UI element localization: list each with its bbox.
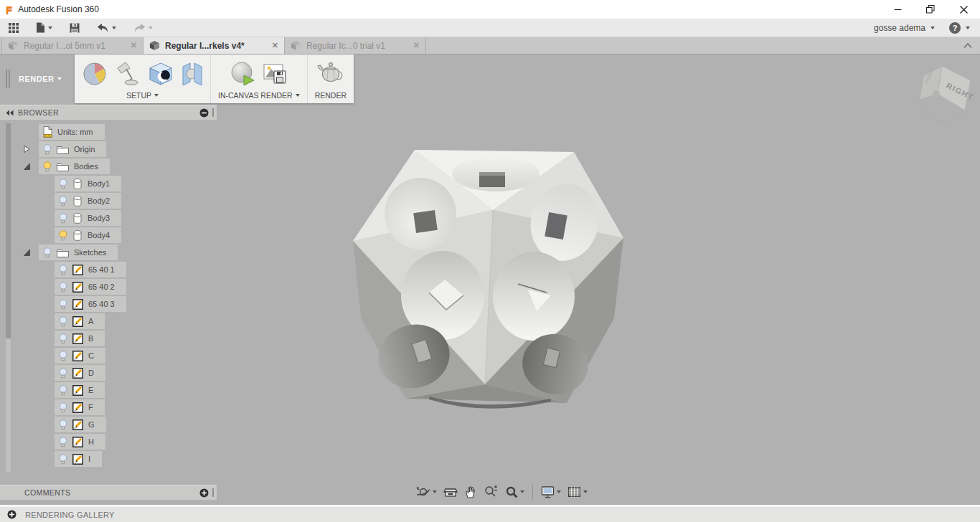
in-canvas-render-button[interactable]: [230, 60, 257, 87]
browser-item-f[interactable]: F: [0, 399, 126, 416]
browser-item-g[interactable]: G: [0, 416, 126, 433]
zoom-window-button[interactable]: [503, 484, 527, 500]
visibility-bulb-icon[interactable]: [59, 265, 67, 275]
grid-icon: [567, 485, 582, 498]
visibility-bulb-icon[interactable]: [59, 230, 67, 241]
browser-item-i[interactable]: I: [0, 450, 126, 468]
visibility-bulb-icon[interactable]: [59, 402, 67, 413]
zoom-button[interactable]: [481, 483, 501, 500]
browser-item-body1[interactable]: Body1: [0, 175, 126, 192]
pan-button[interactable]: [462, 483, 479, 500]
tab-regular-rkels-v4[interactable]: Regular I...rkels v4* ✕: [143, 37, 285, 54]
tab-close-icon[interactable]: ✕: [272, 41, 278, 50]
browser-item-65-40-1[interactable]: 65 40 1: [0, 261, 126, 278]
visibility-bulb-icon[interactable]: [59, 213, 67, 224]
visibility-bulb-icon[interactable]: [59, 316, 67, 327]
browser-item-c[interactable]: C: [0, 347, 126, 364]
help-icon[interactable]: ?: [949, 22, 961, 34]
browser-item-bodies[interactable]: Bodies: [0, 158, 126, 175]
visibility-bulb-icon[interactable]: [59, 454, 67, 465]
browser-item-sketches[interactable]: Sketches: [0, 244, 126, 261]
texture-map-controls-button[interactable]: [148, 61, 174, 87]
grid-layout-button[interactable]: [565, 484, 590, 500]
browser-item-body4[interactable]: Body4: [0, 227, 126, 244]
browser-item-a[interactable]: A: [0, 313, 126, 330]
visibility-bulb-icon[interactable]: [59, 437, 67, 447]
3d-model-icosahedron[interactable]: [343, 141, 633, 416]
user-menu[interactable]: gosse adema: [874, 23, 925, 33]
visibility-bulb-icon[interactable]: [43, 247, 52, 258]
caret-down-icon[interactable]: [966, 27, 970, 29]
browser-item-65-40-3[interactable]: 65 40 3: [0, 295, 126, 313]
visibility-bulb-icon[interactable]: [59, 179, 67, 189]
workspace-switcher[interactable]: RENDER: [0, 54, 75, 103]
browser-item-e[interactable]: E: [0, 381, 126, 399]
tree-expanded-arrow-icon[interactable]: [23, 162, 39, 171]
render-ribbon: RENDER: [0, 54, 354, 103]
node-label: Bodies: [74, 162, 98, 171]
visibility-bulb-icon[interactable]: [59, 299, 67, 310]
scene-settings-button[interactable]: [114, 60, 141, 87]
rendering-gallery-button[interactable]: RENDERING GALLERY: [25, 511, 115, 519]
visibility-bulb-icon[interactable]: [59, 351, 67, 361]
browser-item-65-40-2[interactable]: 65 40 2: [0, 278, 126, 295]
undo-button[interactable]: [97, 23, 116, 33]
caret-down-icon[interactable]: [583, 490, 588, 493]
redo-button[interactable]: [133, 23, 153, 33]
browser-item-body2[interactable]: Body2: [0, 192, 126, 209]
remove-panel-icon[interactable]: [199, 108, 209, 118]
look-at-button[interactable]: [441, 484, 460, 500]
node-label: E: [88, 386, 93, 394]
panel-grip-icon[interactable]: [212, 108, 214, 117]
setup-dropdown[interactable]: SETUP: [126, 91, 159, 102]
display-settings-button[interactable]: [539, 484, 563, 500]
caret-down-icon: [112, 27, 116, 29]
node-label: A: [88, 317, 93, 326]
tab-regular-ol-5mm-v1[interactable]: Regular I...ol 5mm v1 ✕: [1, 37, 143, 54]
visibility-bulb-icon[interactable]: [59, 385, 67, 396]
model-canvas[interactable]: RENDER: [0, 54, 980, 505]
visibility-bulb-icon[interactable]: [43, 161, 52, 172]
visibility-bulb-icon[interactable]: [59, 368, 67, 379]
visibility-bulb-icon[interactable]: [59, 419, 67, 430]
panel-grip-icon[interactable]: [212, 488, 214, 497]
save-button[interactable]: [70, 23, 80, 33]
restore-button[interactable]: [914, 0, 947, 19]
browser-panel-header[interactable]: BROWSER: [0, 105, 217, 120]
tree-expanded-arrow-icon[interactable]: [23, 248, 39, 257]
orbit-button[interactable]: [413, 483, 439, 501]
caret-down-icon[interactable]: [433, 490, 437, 493]
caret-down-icon[interactable]: [520, 490, 524, 493]
browser-item-origin[interactable]: Origin: [0, 141, 126, 158]
caret-down-icon[interactable]: [930, 27, 935, 29]
appearance-button[interactable]: [82, 61, 108, 87]
decal-button[interactable]: [180, 62, 203, 86]
visibility-bulb-icon[interactable]: [43, 144, 52, 155]
in-canvas-render-dropdown[interactable]: IN-CANVAS RENDER: [218, 91, 300, 102]
browser-item-h[interactable]: H: [0, 433, 126, 450]
comments-panel-header[interactable]: COMMENTS: [0, 485, 217, 500]
visibility-bulb-icon[interactable]: [59, 196, 67, 207]
render-button[interactable]: [316, 60, 346, 87]
close-button[interactable]: [947, 0, 980, 19]
minimize-button[interactable]: [881, 0, 914, 19]
caret-down-icon[interactable]: [557, 490, 561, 493]
file-menu-button[interactable]: [36, 22, 52, 33]
visibility-bulb-icon[interactable]: [59, 282, 67, 293]
tree-collapsed-arrow-icon[interactable]: [23, 145, 39, 153]
browser-item-units-mm[interactable]: Units: mm: [0, 123, 126, 141]
expand-gallery-icon[interactable]: [7, 510, 17, 519]
add-comment-icon[interactable]: [199, 488, 209, 498]
tab-close-icon[interactable]: ✕: [413, 41, 420, 50]
node-label: I: [88, 455, 90, 463]
tab-close-icon[interactable]: ✕: [131, 41, 137, 50]
capture-image-button[interactable]: [263, 62, 288, 85]
browser-item-b[interactable]: B: [0, 330, 126, 347]
tab-regular-ic-0-trial-v1[interactable]: Regular Ic...0 trial v1 ✕: [285, 37, 426, 54]
collapse-toolbar-button[interactable]: [963, 42, 973, 49]
visibility-bulb-icon[interactable]: [59, 333, 67, 344]
browser-item-d[interactable]: D: [0, 364, 126, 381]
app-grid-button[interactable]: [9, 23, 19, 33]
browser-item-body3[interactable]: Body3: [0, 209, 126, 227]
view-cube[interactable]: RIGHT FRONT: [908, 60, 976, 128]
